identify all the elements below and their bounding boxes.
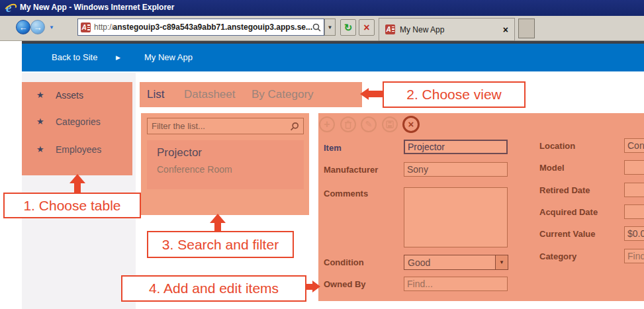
tab-title: My New App — [400, 25, 444, 34]
app-header: Back to Site ▶ My New App — [22, 44, 644, 71]
star-icon: ★ — [36, 90, 44, 100]
browser-window: e My New App - Windows Internet Explorer… — [0, 0, 644, 309]
callout-3-arrow-shaft — [214, 222, 221, 231]
location-field[interactable] — [624, 138, 644, 153]
field-label-item: Item — [324, 143, 342, 153]
edit-record-button[interactable]: ✎ — [361, 116, 377, 132]
add-record-button[interactable]: + — [319, 116, 335, 132]
access-icon: A — [81, 22, 91, 32]
callout-1-arrow-icon — [69, 174, 85, 183]
list-filter-panel: Projector Conference Room — [141, 113, 309, 215]
item-field[interactable] — [404, 140, 508, 154]
condition-dropdown[interactable]: Good ▼ — [404, 255, 508, 270]
owned-by-field[interactable] — [404, 277, 508, 291]
pencil-icon: ✎ — [365, 119, 373, 129]
field-label-owned-by: Owned By — [324, 279, 366, 289]
cancel-edit-button[interactable]: × — [402, 116, 420, 133]
callout-1-arrow-shaft — [74, 183, 81, 193]
chevron-down-icon[interactable]: ▼ — [495, 255, 508, 269]
url-scheme: http:// — [94, 22, 113, 32]
field-label-current-value: Current Value — [539, 229, 596, 239]
retired-date-field[interactable] — [624, 183, 644, 197]
callout-search-filter: 3. Search and filter — [147, 231, 294, 258]
comments-field[interactable] — [404, 187, 508, 247]
forward-arrow-icon: → — [34, 22, 42, 32]
save-icon — [386, 120, 394, 128]
history-dropdown-icon[interactable]: ▼ — [49, 24, 54, 30]
callout-2-arrow-shaft — [368, 91, 383, 97]
field-label-comments: Comments — [324, 189, 368, 199]
sidebar-item-employees[interactable]: ★ Employees — [22, 143, 132, 157]
filter-input[interactable] — [152, 121, 290, 131]
breadcrumb-arrow-icon: ▶ — [116, 44, 120, 71]
sidebar-highlight-overlay: ★ Assets ★ Categories ★ Employees — [22, 82, 132, 175]
delete-record-button[interactable] — [340, 116, 356, 132]
field-label-location: Location — [539, 141, 575, 151]
stop-button[interactable]: × — [359, 19, 375, 36]
refresh-button[interactable]: ↻ — [340, 19, 356, 36]
chevron-down-icon: ▼ — [328, 24, 333, 30]
callout-4-arrow-icon — [312, 281, 320, 292]
app-title: My New App — [144, 44, 193, 71]
manufacturer-field[interactable] — [404, 162, 508, 177]
acquired-date-field[interactable] — [624, 204, 644, 219]
close-icon: × — [408, 118, 414, 130]
window-titlebar: e My New App - Windows Internet Explorer — [0, 0, 644, 16]
trash-icon — [344, 120, 352, 129]
view-tabs-highlight-overlay: List Datasheet By Category — [140, 82, 362, 107]
access-icon: A — [385, 24, 395, 34]
tab-list-view[interactable]: List — [147, 82, 164, 107]
browser-toolbar: ← → ▼ A http:// anstegouip3-c89a543a9abb… — [0, 16, 644, 41]
callout-3-arrow-icon — [210, 214, 226, 223]
refresh-icon: ↻ — [344, 22, 353, 33]
browser-tab[interactable]: A My New App × — [379, 18, 515, 41]
plus-icon: + — [324, 118, 330, 130]
stop-icon: × — [363, 22, 369, 33]
field-label-manufacturer: Manufacturer — [324, 165, 378, 175]
window-title: My New App - Windows Internet Explorer — [20, 3, 174, 12]
filter-box — [147, 118, 304, 134]
forward-button[interactable]: → — [30, 20, 45, 34]
callout-add-edit-items: 4. Add and edit items — [121, 275, 306, 302]
new-tab-button[interactable] — [518, 19, 535, 38]
back-to-site-link[interactable]: Back to Site — [52, 44, 97, 71]
back-arrow-icon: ← — [19, 22, 28, 32]
back-button[interactable]: ← — [16, 20, 30, 34]
tab-datasheet-view[interactable]: Datasheet — [184, 82, 236, 107]
star-icon: ★ — [36, 144, 44, 154]
url-text: anstegouip3-c89a543a9abb71.anstegouip3.a… — [113, 22, 312, 32]
field-label-model: Model — [539, 163, 565, 173]
star-icon: ★ — [36, 116, 44, 126]
model-field[interactable] — [624, 160, 644, 175]
address-bar[interactable]: A http:// anstegouip3-c89a543a9abb71.ans… — [77, 19, 324, 36]
field-label-condition: Condition — [324, 257, 364, 267]
search-icon[interactable] — [290, 122, 299, 131]
field-label-category: Category — [539, 251, 576, 261]
ie-logo-icon: e — [5, 1, 19, 15]
field-label-acquired-date: Acquired Date — [539, 207, 598, 217]
address-dropdown-button[interactable]: ▼ — [324, 19, 336, 36]
callout-choose-view: 2. Choose view — [383, 81, 526, 108]
field-label-retired-date: Retired Date — [539, 185, 590, 195]
sidebar-item-assets[interactable]: ★ Assets — [22, 89, 132, 103]
sidebar-item-categories[interactable]: ★ Categories — [22, 115, 132, 130]
list-item-projector[interactable]: Projector Conference Room — [147, 140, 304, 189]
tab-close-icon[interactable]: × — [503, 24, 508, 35]
save-record-button[interactable] — [382, 116, 398, 132]
search-icon[interactable] — [312, 23, 321, 32]
category-field[interactable] — [624, 249, 644, 263]
tab-by-category-view[interactable]: By Category — [252, 82, 314, 107]
current-value-field[interactable] — [624, 226, 644, 241]
callout-choose-table: 1. Choose table — [3, 193, 141, 218]
